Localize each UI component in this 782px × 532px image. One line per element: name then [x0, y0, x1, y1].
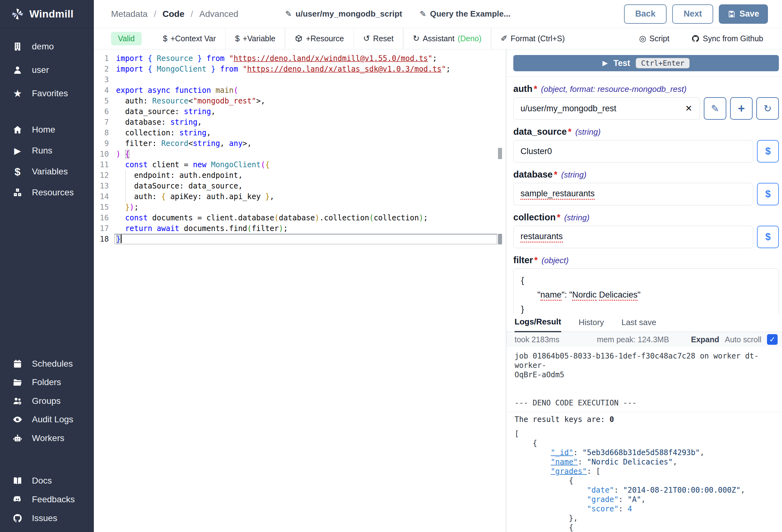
sidebar-item-folders[interactable]: Folders [0, 373, 94, 391]
code-line: 4export async function main( [94, 85, 506, 96]
insert-variable-button[interactable]: $ [757, 183, 779, 205]
windmill-logo[interactable]: Windmill [0, 0, 94, 28]
divider [506, 77, 782, 77]
cube-icon [295, 35, 303, 43]
insert-variable-button[interactable]: $ [757, 226, 779, 248]
clear-icon[interactable]: ✕ [685, 104, 692, 113]
log-line [514, 379, 774, 389]
format-label: Format (Ctrl+S) [511, 34, 565, 43]
tab-logs-result[interactable]: Logs/Result [514, 317, 561, 332]
sidebar-item-favorites[interactable]: ★ Favorites [0, 84, 94, 103]
format-button[interactable]: ✐ Format (Ctrl+S) [501, 34, 565, 43]
field-name: auth [513, 84, 532, 94]
sidebar-item-feedbacks[interactable]: Feedbacks [0, 490, 94, 508]
save-label: Save [740, 9, 759, 19]
back-button[interactable]: Back [624, 4, 667, 24]
code-editor[interactable]: 1import { Resource } from "https://deno.… [94, 49, 506, 532]
filter-line: { [521, 273, 771, 288]
refresh-icon: ↻ [413, 34, 420, 43]
insert-variable-button[interactable]: $ [757, 140, 779, 162]
sync-from-github-label: Sync from Github [703, 34, 763, 43]
breadcrumb-advanced[interactable]: Advanced [199, 9, 238, 19]
pencil-icon: ✎ [420, 9, 426, 18]
result-output: The result keys are: 0 [ { "_id": "5eb3d… [506, 412, 782, 532]
sidebar-item-variables[interactable]: $ Variables [0, 162, 94, 181]
code-line: 1import { Resource } from "https://deno.… [94, 53, 506, 64]
expand-button[interactable]: Expand [691, 335, 719, 344]
script-summary-edit[interactable]: ✎ Query the Example... [420, 9, 510, 19]
sidebar-item-issues[interactable]: Issues [0, 509, 94, 527]
sidebar-item-workers[interactable]: Workers [0, 429, 94, 447]
test-button[interactable]: ▶ Test Ctrl+Enter [513, 55, 779, 71]
home-label: Home [32, 125, 56, 135]
workspace-label: demo [32, 42, 54, 51]
add-resource-button[interactable]: + [730, 97, 753, 120]
tab-history[interactable]: History [579, 317, 604, 332]
feedbacks-label: Feedbacks [32, 494, 75, 504]
toolbar-divider [491, 28, 491, 49]
auto-scroll-checkbox[interactable]: ✓ [767, 334, 778, 345]
audit-logs-label: Audit Logs [32, 415, 73, 424]
filter-json-editor[interactable]: {"name": "Nordic Delicacies"} [513, 268, 779, 314]
collection-input[interactable]: restaurants [513, 226, 753, 248]
text-cursor [121, 234, 122, 243]
json-line: "date": "2014-08-21T00:00:00.000Z", [514, 486, 774, 495]
sidebar-item-resources[interactable]: Resources [0, 184, 94, 202]
sidebar-item-runs[interactable]: ▶ Runs [0, 142, 94, 160]
code-line: 14 auth: { apiKey: auth.api_key }, [94, 191, 506, 202]
database-input[interactable]: sample_restaurants [513, 183, 753, 205]
overview-ruler-mark [498, 148, 502, 159]
check-icon: ✓ [769, 335, 775, 344]
script-kind-button[interactable]: ◎ Script [639, 34, 669, 43]
sync-from-github-button[interactable]: Sync from Github [691, 34, 763, 43]
sidebar-item-audit-logs[interactable]: Audit Logs [0, 410, 94, 428]
docs-label: Docs [32, 476, 52, 486]
breadcrumb-metadata[interactable]: Metadata [111, 9, 148, 19]
required-asterisk: * [557, 212, 560, 223]
save-button[interactable]: Save [719, 4, 768, 24]
sidebar-item-docs[interactable]: Docs [0, 472, 94, 490]
app-title: Windmill [29, 8, 73, 20]
breadcrumb-separator: / [154, 9, 156, 19]
collection-field-label: collection* (string) [513, 212, 779, 223]
tab-last-save[interactable]: Last save [621, 317, 656, 332]
favorites-label: Favorites [32, 88, 68, 99]
schedules-label: Schedules [32, 359, 73, 369]
log-line: --- DENO CODE EXECUTION --- [514, 398, 774, 408]
edit-resource-button[interactable]: ✎ [704, 97, 726, 120]
results-tabs: Logs/Result History Last save [506, 314, 782, 332]
result-key: 0 [609, 415, 614, 424]
play-icon: ▶ [602, 59, 608, 67]
assistant-button[interactable]: ↻ Assistant (Deno) [413, 34, 482, 43]
add-variable-button[interactable]: $ +Variable [235, 34, 275, 43]
code-line: 15 }); [94, 202, 506, 213]
add-context-var-button[interactable]: $ +Context Var [163, 34, 216, 43]
filter-line: "name": "Nordic Delicacies" [521, 288, 771, 302]
filter-line: } [521, 302, 771, 314]
toolbar-divider [285, 28, 285, 49]
log-line: OqBrE-aOdm5 [514, 370, 774, 379]
sidebar-item-workspace[interactable]: demo [0, 38, 94, 55]
code-line: 2import { MongoClient } from "https://de… [94, 64, 506, 74]
pencil-icon: ✎ [285, 9, 292, 18]
reset-button[interactable]: ↺ Reset [363, 34, 393, 43]
refresh-resource-button[interactable]: ↻ [756, 97, 779, 120]
data-source-input[interactable]: Cluster0 [513, 140, 753, 162]
breadcrumb-code[interactable]: Code [163, 9, 184, 19]
dollar-icon: $ [765, 146, 771, 157]
user-icon [11, 65, 24, 75]
code-line: 18} [94, 234, 506, 244]
sidebar-item-home[interactable]: Home [0, 121, 94, 139]
next-button[interactable]: Next [672, 4, 713, 24]
results-panel: Logs/Result History Last save took 2183m… [506, 314, 782, 532]
add-resource-button[interactable]: +Resource [295, 34, 344, 43]
auth-resource-input[interactable]: u/user/my_mongodb_rest ✕ [513, 97, 700, 120]
sidebar-item-schedules[interactable]: Schedules [0, 355, 94, 373]
sidebar-item-groups[interactable]: Groups [0, 392, 94, 410]
add-variable-label: +Variable [243, 34, 275, 43]
sidebar-item-user[interactable]: user [0, 61, 94, 79]
required-asterisk: * [534, 84, 537, 94]
code-line: 16 const documents = client.database(dat… [94, 213, 506, 223]
script-path-edit[interactable]: ✎ u/user/my_mongodb_script [285, 9, 402, 19]
field-name: data_source [513, 126, 567, 137]
